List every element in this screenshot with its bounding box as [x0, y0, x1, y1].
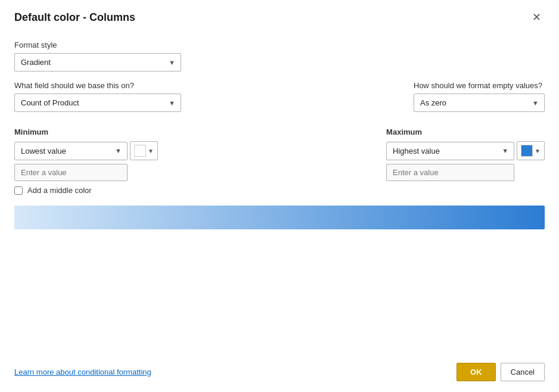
empty-values-select[interactable]: As zero As blank	[414, 94, 545, 112]
minimum-color-swatch	[134, 145, 146, 157]
empty-values-label: How should we format empty values?	[414, 81, 545, 90]
field-base-group: What field should we base this on? Count…	[14, 81, 181, 112]
field-base-select[interactable]: Count of Product	[14, 94, 181, 112]
maximum-color-button[interactable]: ▼	[517, 141, 545, 160]
maximum-color-swatch	[521, 145, 533, 157]
maximum-section: Maximum Highest value Number Percent Per…	[386, 127, 545, 181]
minimum-color-chevron-icon: ▼	[148, 148, 154, 154]
format-style-label: Format style	[14, 41, 545, 49]
field-empty-row: What field should we base this on? Count…	[14, 81, 545, 122]
dialog: Default color - Columns ✕ Format style G…	[0, 0, 559, 392]
field-base-select-wrapper[interactable]: Count of Product ▼	[14, 94, 181, 112]
maximum-value-input-group	[386, 164, 545, 181]
minimum-value-select-wrapper[interactable]: Lowest value Number Percent Percentile F…	[14, 142, 128, 160]
format-style-select[interactable]: Gradient Rules Field value	[14, 53, 181, 71]
minimum-value-input-group	[14, 164, 158, 181]
middle-color-checkbox[interactable]	[14, 186, 23, 195]
field-base-col: What field should we base this on? Count…	[14, 81, 181, 122]
empty-values-col: How should we format empty values? As ze…	[414, 81, 545, 122]
empty-values-select-wrapper[interactable]: As zero As blank ▼	[414, 94, 545, 112]
minimum-color-button[interactable]: ▼	[130, 141, 158, 160]
maximum-value-select-wrapper[interactable]: Highest value Number Percent Percentile …	[386, 142, 514, 160]
close-button[interactable]: ✕	[529, 11, 545, 24]
cancel-button[interactable]: Cancel	[501, 363, 545, 381]
dialog-header: Default color - Columns ✕	[0, 0, 559, 30]
dialog-title: Default color - Columns	[14, 11, 135, 24]
minimum-value-input[interactable]	[14, 164, 128, 181]
ok-button[interactable]: OK	[456, 363, 496, 381]
middle-color-label: Add a middle color	[27, 186, 92, 195]
minimum-section: Minimum Lowest value Number Percent Perc…	[14, 127, 158, 181]
maximum-color-chevron-icon: ▼	[535, 148, 541, 154]
maximum-controls: Highest value Number Percent Percentile …	[386, 141, 545, 160]
field-base-label: What field should we base this on?	[14, 81, 181, 90]
maximum-value-input[interactable]	[386, 164, 514, 181]
learn-more-link[interactable]: Learn more about conditional formatting	[14, 368, 151, 377]
min-max-row: Minimum Lowest value Number Percent Perc…	[14, 127, 545, 181]
gradient-bar	[14, 206, 545, 229]
maximum-value-select[interactable]: Highest value Number Percent Percentile …	[386, 142, 514, 160]
dialog-body: Format style Gradient Rules Field value …	[0, 30, 559, 354]
format-style-group: Format style Gradient Rules Field value …	[14, 41, 545, 71]
format-style-select-wrapper[interactable]: Gradient Rules Field value ▼	[14, 53, 181, 71]
empty-values-group: How should we format empty values? As ze…	[414, 81, 545, 112]
dialog-footer: Learn more about conditional formatting …	[0, 354, 559, 392]
minimum-controls: Lowest value Number Percent Percentile F…	[14, 141, 158, 160]
footer-buttons: OK Cancel	[456, 363, 545, 381]
minimum-value-select[interactable]: Lowest value Number Percent Percentile F…	[14, 142, 128, 160]
minimum-title: Minimum	[14, 127, 158, 136]
middle-color-row: Add a middle color	[14, 186, 545, 195]
maximum-title: Maximum	[386, 127, 545, 136]
